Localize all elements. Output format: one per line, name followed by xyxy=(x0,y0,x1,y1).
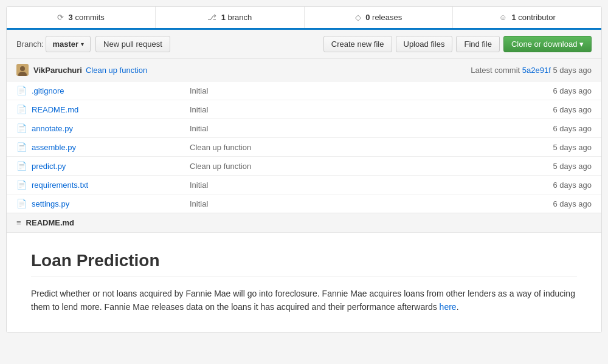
releases-icon: ◇ xyxy=(355,13,361,22)
file-time: 6 days ago xyxy=(531,124,592,133)
contributors-count: 1 xyxy=(511,13,516,22)
commits-label: commits xyxy=(75,13,104,22)
file-icon: 📄 xyxy=(16,123,27,133)
commit-message[interactable]: Clean up function xyxy=(86,66,147,75)
stats-bar: ⟳ 3 commits ⎇ 1 branch ◇ 0 releases ☺ 1 … xyxy=(7,7,601,30)
file-time: 6 days ago xyxy=(531,180,592,190)
file-name[interactable]: requirements.txt xyxy=(32,180,190,190)
clone-dropdown-icon: ▾ xyxy=(579,39,584,49)
file-icon: 📄 xyxy=(16,161,27,171)
avatar xyxy=(16,64,29,76)
table-row: 📄 annotate.py Initial 6 days ago xyxy=(7,119,601,138)
file-icon: 📄 xyxy=(16,105,27,114)
file-message: Initial xyxy=(190,124,531,133)
readme-period: . xyxy=(457,302,459,312)
commit-sha-text: 5a2e91f xyxy=(522,66,551,75)
commits-stat[interactable]: ⟳ 3 commits xyxy=(7,7,156,28)
branches-stat[interactable]: ⎇ 1 branch xyxy=(156,7,305,28)
create-new-file-button[interactable]: Create new file xyxy=(323,36,392,52)
file-icon: 📄 xyxy=(16,86,27,95)
table-row: 📄 .gitignore Initial 6 days ago xyxy=(7,81,601,100)
branch-name: master xyxy=(52,39,78,49)
table-row: 📄 README.md Initial 6 days ago xyxy=(7,100,601,119)
file-message: Initial xyxy=(190,199,531,208)
file-list: 📄 .gitignore Initial 6 days ago 📄 README… xyxy=(7,81,601,213)
branches-label: branch xyxy=(227,13,252,22)
file-icon: 📄 xyxy=(16,199,27,208)
file-name[interactable]: README.md xyxy=(32,105,190,114)
file-icon: 📄 xyxy=(16,180,27,190)
releases-label: releases xyxy=(372,13,402,22)
readme-text: Predict whether or not loans acquired by… xyxy=(31,289,575,312)
clone-download-button[interactable]: Clone or download ▾ xyxy=(503,36,592,52)
file-time: 6 days ago xyxy=(531,105,592,114)
branch-selector: Branch: master ▾ xyxy=(16,36,91,52)
releases-count: 0 xyxy=(365,13,370,22)
contributors-stat[interactable]: ☺ 1 contributor xyxy=(453,7,601,28)
readme-body: Loan Prediction Predict whether or not l… xyxy=(7,233,601,332)
avatar-img xyxy=(16,64,29,76)
readme-title: README.md xyxy=(26,218,74,227)
file-message: Initial xyxy=(190,105,531,114)
commit-username[interactable]: VikParuchuri xyxy=(33,66,82,75)
clone-download-label: Clone or download xyxy=(511,39,577,49)
commit-bar: VikParuchuri Clean up function Latest co… xyxy=(7,59,601,81)
main-container: ⟳ 3 commits ⎇ 1 branch ◇ 0 releases ☺ 1 … xyxy=(6,6,602,333)
table-row: 📄 settings.py Initial 6 days ago xyxy=(7,194,601,213)
branch-icon: ⎇ xyxy=(207,13,216,22)
file-name[interactable]: .gitignore xyxy=(32,86,190,95)
file-time: 5 days ago xyxy=(531,143,592,152)
file-message: Clean up function xyxy=(190,143,531,152)
latest-commit-label: Latest commit xyxy=(471,66,520,75)
file-name[interactable]: annotate.py xyxy=(32,124,190,133)
file-name[interactable]: settings.py xyxy=(32,199,190,208)
readme-paragraph: Predict whether or not loans acquired by… xyxy=(31,287,577,314)
commits-icon: ⟳ xyxy=(57,13,64,22)
releases-stat[interactable]: ◇ 0 releases xyxy=(305,7,454,28)
branch-chevron-icon: ▾ xyxy=(81,41,84,47)
file-name[interactable]: assemble.py xyxy=(32,143,190,152)
readme-book-icon: ≡ xyxy=(16,218,21,227)
commit-meta: Latest commit 5a2e91f 5 days ago xyxy=(471,66,592,75)
file-message: Initial xyxy=(190,86,531,95)
file-time: 5 days ago xyxy=(531,162,592,171)
toolbar-actions: Create new file Upload files Find file C… xyxy=(323,36,592,52)
readme-heading: Loan Prediction xyxy=(31,251,577,277)
file-time: 6 days ago xyxy=(531,86,592,95)
branch-dropdown-button[interactable]: master ▾ xyxy=(46,36,91,52)
file-message: Initial xyxy=(190,180,531,190)
readme-header: ≡ README.md xyxy=(7,213,601,233)
find-file-button[interactable]: Find file xyxy=(456,36,500,52)
svg-point-1 xyxy=(20,66,25,71)
file-time: 6 days ago xyxy=(531,199,592,208)
file-message: Clean up function xyxy=(190,162,531,171)
branch-prefix: Branch: xyxy=(16,39,44,49)
contributors-label: contributor xyxy=(518,13,555,22)
branches-count: 1 xyxy=(221,13,226,22)
contributors-icon: ☺ xyxy=(499,13,507,22)
file-name[interactable]: predict.py xyxy=(32,162,190,171)
table-row: 📄 assemble.py Clean up function 5 days a… xyxy=(7,138,601,157)
commits-count: 3 xyxy=(69,13,73,22)
toolbar: Branch: master ▾ New pull request Create… xyxy=(7,30,601,59)
new-pull-request-button[interactable]: New pull request xyxy=(95,36,170,52)
readme-link[interactable]: here xyxy=(440,302,457,312)
upload-files-button[interactable]: Upload files xyxy=(396,36,453,52)
table-row: 📄 requirements.txt Initial 6 days ago xyxy=(7,176,601,194)
commit-time: 5 days ago xyxy=(553,66,592,75)
file-icon: 📄 xyxy=(16,142,27,152)
table-row: 📄 predict.py Clean up function 5 days ag… xyxy=(7,157,601,176)
